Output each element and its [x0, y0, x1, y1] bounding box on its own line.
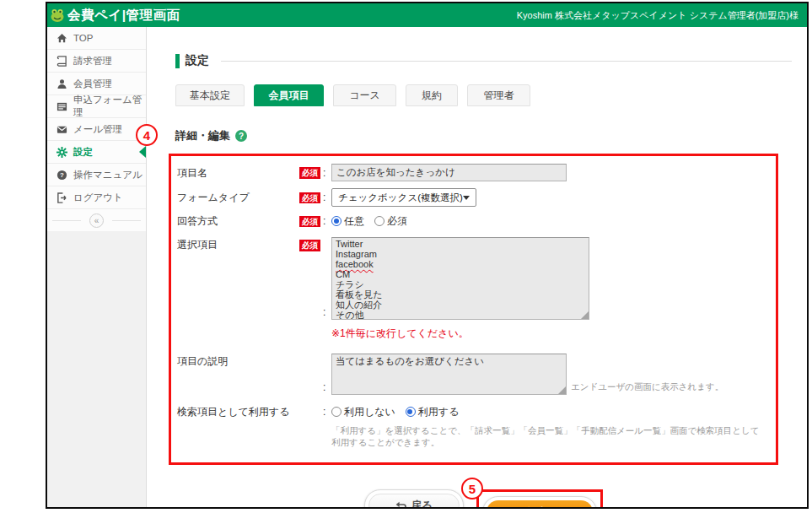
sidebar-item-label: メール管理 [73, 123, 122, 136]
sidebar-item-label: 会員管理 [73, 78, 112, 90]
annotation-step-4: 4 [136, 124, 158, 146]
sidebar-item-manual[interactable]: ? 操作マニュアル [47, 164, 146, 186]
required-badge: 必須 [299, 216, 320, 228]
field-label: 項目名 [177, 165, 299, 181]
main-content: 設定 基本設定 会員項目 コース 規約 管理者 4 詳細・編集 ? 項目名 必須 [147, 27, 807, 507]
divider [52, 220, 81, 221]
field-label: 回答方式 [177, 213, 299, 229]
choices-note: ※1件毎に改行してください。 [331, 327, 767, 341]
sidebar-item-label: 申込フォーム管理 [73, 94, 146, 119]
divider [112, 220, 141, 221]
choice-line: その他 [336, 310, 585, 320]
form-row-choices: 選択項目 必須 : Twitter Instagram facebook CM … [177, 237, 767, 320]
title-accent-bar [175, 54, 180, 68]
back-button[interactable]: 戻る [368, 494, 460, 509]
settings-tabs: 基本設定 会員項目 コース 規約 管理者 [175, 84, 792, 106]
field-label: 項目の説明 [177, 354, 299, 369]
description-hint: エンドユーザの画面に表示されます。 [571, 381, 723, 395]
item-name-input[interactable] [331, 164, 567, 181]
choice-line: facebook [336, 259, 585, 269]
back-button-wrap: 戻る [364, 489, 464, 509]
form-type-select[interactable]: チェックボックス(複数選択) [331, 188, 476, 207]
form-row-description: 項目の説明 : 当てはまるものをお選びください エンドユーザの画面に表示されます… [177, 354, 767, 395]
choice-line: Instagram [336, 249, 585, 259]
answer-mode-radio-group: 任意 必須 [331, 214, 407, 229]
colon: : [323, 167, 331, 179]
sidebar-item-label: 請求管理 [73, 55, 112, 68]
book-icon [56, 56, 67, 67]
sidebar: TOP 請求管理 会員管理 申込フォーム管理 メール管理 設定 [47, 27, 147, 507]
field-label: 検索項目として利用する [177, 404, 315, 419]
field-label: フォームタイプ [177, 190, 299, 205]
radio-label: 利用しない [344, 405, 395, 419]
annotation-step-5: 5 [461, 478, 483, 500]
question-icon: ? [56, 170, 67, 181]
sidebar-item-logout[interactable]: ログアウト [47, 186, 146, 209]
sidebar-item-members[interactable]: 会員管理 [47, 73, 146, 95]
sidebar-item-settings[interactable]: 設定 [47, 141, 146, 164]
home-icon [56, 33, 67, 44]
radio-label: 任意 [344, 214, 364, 229]
description-text: 当てはまるものをお選びください [336, 355, 562, 367]
tab-administrators[interactable]: 管理者 [467, 84, 530, 106]
radio-unselected-icon[interactable] [331, 407, 341, 417]
logout-icon [56, 192, 67, 203]
sidebar-item-application-forms[interactable]: 申込フォーム管理 [47, 95, 146, 118]
colon: : [323, 306, 331, 320]
save-floppy-icon [510, 507, 521, 510]
form-row-form-type: フォームタイプ 必須 : チェックボックス(複数選択) [177, 188, 767, 207]
resize-handle[interactable] [581, 311, 589, 319]
sidebar-item-top[interactable]: TOP [47, 27, 146, 50]
radio-option-optional[interactable]: 任意 [331, 214, 364, 229]
save-button-label: 保存する [526, 505, 569, 510]
form-row-searchable: 検索項目として利用する : 利用しない 利用する [177, 404, 767, 419]
tab-basic-settings[interactable]: 基本設定 [175, 84, 245, 106]
radio-selected-icon[interactable] [331, 216, 341, 226]
required-badge: 必須 [299, 240, 320, 251]
choice-line: 知人の紹介 [336, 300, 585, 310]
tab-terms[interactable]: 規約 [406, 84, 458, 106]
top-bar: 会費ペイ|管理画面 Kyoshim 株式会社メタップスペイメント システム管理者… [47, 3, 807, 27]
colon: : [323, 406, 331, 418]
save-button[interactable]: 保存する [487, 500, 593, 509]
tab-member-fields[interactable]: 会員項目 [254, 84, 324, 106]
page-header: 設定 [175, 53, 792, 68]
user-icon [56, 78, 67, 89]
form-row-answer-mode: 回答方式 必須 : 任意 必須 [177, 213, 767, 229]
sidebar-item-label: 操作マニュアル [73, 169, 143, 181]
sidebar-item-mail[interactable]: メール管理 [47, 118, 146, 141]
radio-option-use[interactable]: 利用する [406, 405, 460, 419]
field-label: 選択項目 [177, 237, 299, 252]
action-buttons: 戻る 5 保存する [175, 489, 792, 509]
sidebar-collapse-button[interactable]: « [89, 213, 104, 228]
gear-icon [56, 147, 67, 158]
resize-handle[interactable] [558, 386, 566, 394]
choices-textarea[interactable]: Twitter Instagram facebook CM チラシ 看板を見た … [331, 237, 589, 320]
radio-label: 必須 [387, 214, 407, 229]
description-textarea[interactable]: 当てはまるものをお選びください [331, 354, 567, 395]
help-icon[interactable]: ? [235, 130, 247, 142]
frog-mascot-icon [50, 8, 65, 23]
radio-option-required[interactable]: 必須 [374, 214, 407, 229]
choice-line: Twitter [336, 239, 585, 249]
radio-selected-icon[interactable] [406, 407, 416, 417]
save-button-wrap: 保存する [482, 496, 597, 509]
sidebar-item-billing[interactable]: 請求管理 [47, 50, 146, 73]
radio-unselected-icon[interactable] [374, 216, 384, 226]
sidebar-item-label: TOP [73, 33, 93, 43]
chevron-down-icon [463, 196, 470, 200]
radio-option-not-use[interactable]: 利用しない [331, 405, 395, 419]
divider [221, 61, 792, 62]
back-button-label: 戻る [411, 499, 433, 510]
annotation-box-save: 5 保存する [476, 489, 603, 509]
choice-line: CM [336, 269, 585, 279]
choice-line: チラシ [336, 279, 585, 289]
searchable-radio-group: 利用しない 利用する [331, 405, 459, 419]
tab-course[interactable]: コース [333, 84, 396, 106]
form-row-item-name: 項目名 必須 : [177, 164, 767, 181]
svg-text:?: ? [60, 171, 64, 179]
sidebar-filler [47, 231, 146, 507]
sidebar-collapse-row: « [47, 209, 146, 231]
brand-logo[interactable]: 会費ペイ|管理画面 [50, 7, 180, 24]
radio-label: 利用する [418, 405, 460, 419]
